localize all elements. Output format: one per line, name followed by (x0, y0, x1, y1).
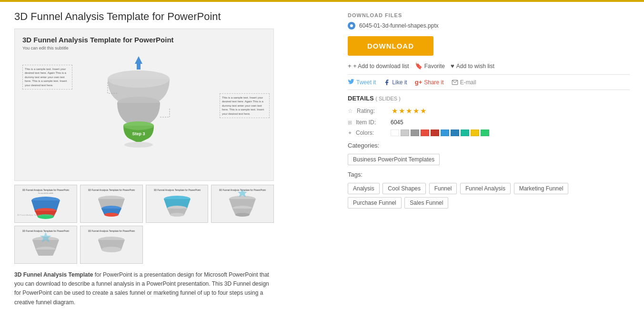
slide-title: 3D Funnel Analysis Template for PowerPoi… (22, 36, 266, 44)
download-section-label: DOWNLOAD FILES (348, 12, 630, 18)
color-swatches (391, 130, 489, 136)
swatch-blue (441, 130, 449, 136)
rating-stars: ★★★★★ (392, 107, 427, 115)
tag-cool-shapes[interactable]: Cool Shapes (382, 183, 426, 194)
svg-point-2 (108, 70, 170, 88)
rating-label: Rating: (357, 108, 388, 114)
main-preview: 3D Funnel Analysis Template for PowerPoi… (14, 29, 274, 181)
svg-point-37 (101, 247, 121, 252)
tags-section: Tags: Analysis Cool Shapes Funnel Funnel… (348, 171, 630, 209)
swatch-teal (461, 130, 469, 136)
thumbnails-row2: 3D Funnel Analysis Template for PowerPoi… (14, 226, 274, 264)
item-id-label: Item ID: (356, 119, 387, 126)
svg-text:3D Funnel Analysis Template fo: 3D Funnel Analysis Template for PowerPoi… (22, 229, 70, 232)
thumbnail-1[interactable]: 3D Funnel Analysis Template for PowerPoi… (14, 185, 77, 223)
divider-2 (348, 90, 630, 90)
download-button[interactable]: DOWNLOAD (348, 36, 433, 56)
colors-label: Colors: (356, 130, 387, 136)
tweet-action[interactable]: Tweet it (348, 79, 376, 86)
page-wrapper: 3D Funnel Analysis Template for PowerPoi… (0, 0, 644, 319)
wish-list-label: Add to wish list (456, 63, 494, 70)
description: 3D Funnel Analysis Template for PowerPoi… (14, 270, 274, 307)
categories-label: Categories: (348, 142, 630, 149)
tag-funnel[interactable]: Funnel (429, 183, 457, 194)
wish-list-action[interactable]: ♥ Add to wish list (451, 62, 494, 70)
svg-text:3D Funnel Analysis Template fo: 3D Funnel Analysis Template for PowerPoi… (22, 189, 70, 191)
file-icon (348, 22, 355, 30)
swatch-white (391, 130, 399, 136)
tweet-label: Tweet it (356, 79, 376, 86)
main-content: 3D Funnel Analysis Template for PowerPoi… (0, 2, 644, 317)
swatch-darkred (431, 130, 439, 136)
text-box-right: This is a sample text. Insert your desir… (220, 93, 270, 118)
svg-text:3D Funnel Analysis Template fo: 3D Funnel Analysis Template for PowerPoi… (17, 214, 55, 216)
share-label: Share it (424, 79, 443, 86)
description-bold: 3D Funnel Analysis Template (14, 271, 93, 278)
plus-icon: + (348, 62, 352, 70)
file-row: 6045-01-3d-funnel-shapes.pptx (348, 22, 630, 30)
item-id-value: 6045 (391, 119, 403, 126)
like-action[interactable]: Like it (383, 79, 407, 86)
tag-purchase-funnel[interactable]: Purchase Funnel (348, 197, 402, 209)
details-slides-label: ( SLIDES ) (375, 96, 401, 101)
thumbnail-4[interactable]: 3D Funnel Analysis Template for PowerPoi… (211, 185, 274, 223)
divider-1 (348, 74, 630, 75)
left-column: 3D Funnel Analysis Template for PowerPoi… (14, 10, 333, 307)
page-title: 3D Funnel Analysis Template for PowerPoi… (14, 10, 333, 23)
svg-text:You can edit this subtitle: You can edit this subtitle (38, 192, 53, 194)
svg-marker-0 (135, 56, 142, 70)
thumbnail-6[interactable]: 3D Funnel Analysis Template for PowerPoi… (80, 226, 143, 264)
item-id-icon: ⊞ (348, 120, 352, 126)
rating-icon: ☆ (348, 108, 353, 114)
slide-subtitle: You can edit this subtitle (22, 46, 266, 50)
rating-row: ☆ Rating: ★★★★★ (348, 107, 630, 115)
svg-point-25 (170, 213, 184, 217)
svg-text:Step 3: Step 3 (132, 131, 145, 136)
gplus-icon-sym: g+ (415, 79, 423, 86)
details-label: DETAILS (348, 95, 374, 102)
email-label: E-mail (460, 79, 476, 86)
email-icon-svg (452, 79, 458, 86)
svg-text:3D Funnel Analysis Template fo: 3D Funnel Analysis Template for PowerPoi… (153, 189, 201, 191)
category-business-ppt[interactable]: Business PowerPoint Templates (348, 154, 440, 165)
add-to-list-action[interactable]: + + Add to download list (348, 62, 409, 70)
right-column: DOWNLOAD FILES 6045-01-3d-funnel-shapes.… (348, 10, 630, 307)
svg-text:3D Funnel Analysis Template fo: 3D Funnel Analysis Template for PowerPoi… (88, 229, 135, 232)
colors-row: ✦ Colors: (348, 130, 630, 136)
bookmark-icon: 🔖 (415, 62, 423, 70)
thumbnail-5[interactable]: 3D Funnel Analysis Template for PowerPoi… (14, 226, 77, 264)
swatch-darkblue (451, 130, 459, 136)
item-id-row: ⊞ Item ID: 6045 (348, 119, 630, 126)
swatch-yellow (471, 130, 479, 136)
swatch-lightgray (401, 130, 409, 136)
share-action[interactable]: g+ Share it (415, 79, 444, 86)
tag-analysis[interactable]: Analysis (348, 183, 380, 194)
thumbnails-row1: 3D Funnel Analysis Template for PowerPoi… (14, 185, 274, 223)
svg-point-5 (123, 121, 154, 130)
text-box-left: This is a sample text. Insert your desir… (22, 65, 72, 90)
swatch-green (481, 130, 489, 136)
colors-icon: ✦ (348, 130, 352, 136)
favorite-label: Favorite (424, 63, 445, 70)
svg-point-7 (124, 142, 153, 148)
file-name: 6045-01-3d-funnel-shapes.pptx (359, 22, 439, 29)
svg-point-21 (104, 213, 119, 217)
add-to-list-label: + Add to download list (353, 63, 409, 70)
tag-sales-funnel[interactable]: Sales Funnel (404, 197, 448, 209)
thumbnail-2[interactable]: 3D Funnel Analysis Template for PowerPoi… (80, 185, 143, 223)
email-action[interactable]: E-mail (452, 79, 476, 86)
svg-text:3D Funnel Analysis Template fo: 3D Funnel Analysis Template for PowerPoi… (88, 189, 135, 191)
tag-marketing-funnel[interactable]: Marketing Funnel (514, 183, 569, 194)
tags-label: Tags: (348, 171, 630, 178)
swatch-gray (411, 130, 419, 136)
tag-funnel-analysis[interactable]: Funnel Analysis (460, 183, 511, 194)
thumbnail-3[interactable]: 3D Funnel Analysis Template for PowerPoi… (146, 185, 209, 223)
like-label: Like it (392, 79, 407, 86)
action-row: + + Add to download list 🔖 Favorite ♥ Ad… (348, 62, 630, 70)
favorite-action[interactable]: 🔖 Favorite (415, 62, 445, 70)
swatch-red (421, 130, 429, 136)
heart-icon: ♥ (451, 62, 454, 70)
details-section: DETAILS ( SLIDES ) ☆ Rating: ★★★★★ ⊞ Ite… (348, 95, 630, 136)
social-row: Tweet it Like it g+ Share it E-mail (348, 79, 630, 86)
svg-point-29 (235, 213, 250, 217)
